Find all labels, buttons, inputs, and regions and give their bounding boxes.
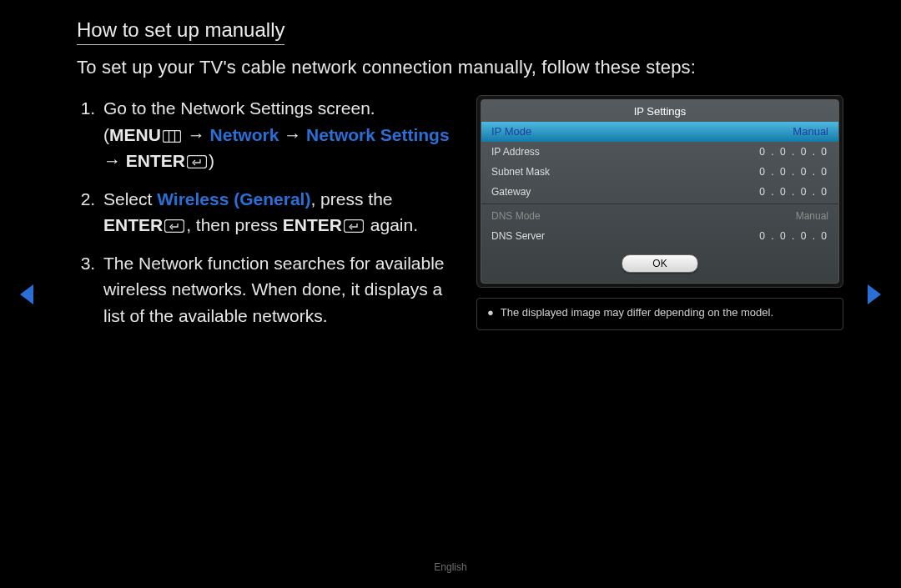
row-dns-mode[interactable]: DNS Mode Manual (481, 206, 838, 226)
svg-rect-0 (163, 130, 180, 142)
svg-marker-6 (20, 284, 33, 304)
row-ip-mode[interactable]: IP Mode Manual (481, 122, 838, 142)
row-ip-address[interactable]: IP Address 0 . 0 . 0 . 0 (481, 142, 838, 162)
nav-next-button[interactable] (866, 284, 883, 309)
step-1-line1: Go to the Network Settings screen. (103, 98, 375, 118)
dns-mode-value: Manual (796, 210, 828, 222)
step-2b: , press the (310, 189, 392, 209)
svg-rect-3 (188, 156, 207, 168)
step-2a: Select (103, 189, 157, 209)
divider (481, 204, 838, 204)
step-1: Go to the Network Settings screen. (MENU… (100, 95, 456, 174)
row-subnet-mask[interactable]: Subnet Mask 0 . 0 . 0 . 0 (481, 162, 838, 182)
arrow: → (284, 125, 306, 144)
nav-network-settings: Network Settings (306, 125, 450, 144)
ok-button[interactable]: OK (622, 254, 698, 273)
enter-label: ENTER (126, 151, 185, 170)
ip-address-label: IP Address (491, 146, 540, 158)
nav-network: Network (210, 125, 279, 144)
enter-label: ENTER (283, 215, 342, 234)
step-2d: again. (365, 215, 418, 234)
panel-title: IP Settings (481, 100, 838, 122)
subnet-mask-label: Subnet Mask (491, 166, 550, 178)
svg-rect-4 (165, 220, 184, 233)
svg-marker-7 (868, 284, 881, 304)
enter-label: ENTER (103, 215, 163, 234)
ip-address-value: 0 . 0 . 0 . 0 (759, 146, 828, 158)
enter-icon (344, 219, 364, 233)
dns-mode-label: DNS Mode (491, 210, 541, 222)
enter-icon (164, 219, 184, 233)
illustration-column: IP Settings IP Mode Manual IP Address 0 … (476, 95, 843, 340)
gateway-label: Gateway (491, 186, 531, 198)
row-dns-server[interactable]: DNS Server 0 . 0 . 0 . 0 (481, 226, 838, 246)
dns-server-label: DNS Server (491, 230, 545, 242)
ip-settings-panel: IP Settings IP Mode Manual IP Address 0 … (476, 95, 843, 288)
menu-label: MENU (109, 125, 161, 144)
page-title: How to set up manually (77, 18, 284, 45)
enter-icon (187, 155, 207, 168)
row-gateway[interactable]: Gateway 0 . 0 . 0 . 0 (481, 182, 838, 202)
step-3: The Network function searches for availa… (100, 250, 456, 329)
svg-rect-5 (344, 220, 363, 233)
note-box: ●The displayed image may differ dependin… (476, 298, 843, 330)
bullet-icon: ● (487, 306, 501, 319)
wireless-general: Wireless (General) (157, 189, 310, 209)
intro-text: To set up your TV's cable network connec… (77, 57, 844, 78)
ip-mode-value: Manual (793, 125, 828, 138)
note-text: The displayed image may differ depending… (501, 306, 773, 319)
gateway-value: 0 . 0 . 0 . 0 (759, 186, 828, 198)
instructions-column: Go to the Network Settings screen. (MENU… (77, 95, 456, 340)
step-2: Select Wireless (General), press the ENT… (100, 186, 456, 239)
subnet-mask-value: 0 . 0 . 0 . 0 (759, 166, 828, 178)
step-2c: , then press (186, 215, 283, 234)
dns-server-value: 0 . 0 . 0 . 0 (759, 230, 828, 242)
footer-language: English (0, 561, 901, 573)
nav-prev-button[interactable] (18, 284, 35, 309)
arrow: → (188, 125, 210, 144)
arrow: → (103, 151, 126, 170)
ip-mode-label: IP Mode (491, 125, 531, 138)
menu-icon (163, 130, 181, 143)
